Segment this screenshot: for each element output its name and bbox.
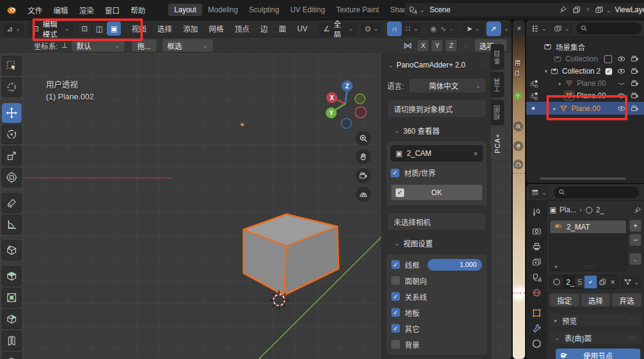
tab-pca[interactable]: PCA+ <box>491 127 504 159</box>
other-row[interactable]: ✓ 其它 <box>391 320 482 336</box>
tool-select-box[interactable] <box>2 56 21 75</box>
outliner-editor-selector[interactable]: ⌄ <box>529 22 549 34</box>
material-world-checkbox-row[interactable]: ✓ 材质/世界 <box>391 168 483 178</box>
show-overlays-button[interactable]: ↗ <box>486 21 501 36</box>
workspace-tab-modeling[interactable]: Modeling <box>202 6 243 14</box>
workspace-tab-layout[interactable]: Layout <box>168 4 202 16</box>
scene-name[interactable]: Scene <box>429 6 450 14</box>
tab-material-icon[interactable] <box>532 339 542 349</box>
pivot-point-selector[interactable]: ⊙ ⌄ <box>361 22 382 36</box>
users-count-badge[interactable]: 5 <box>575 278 585 287</box>
tab-modifiers-icon[interactable] <box>532 323 542 333</box>
select-box-dropdown[interactable]: 框选 ⌄ <box>163 39 213 52</box>
select-mode-face-button[interactable]: ▣ <box>107 21 121 36</box>
tab-scene-icon[interactable] <box>532 272 542 282</box>
transform-orientation-selector[interactable]: ∠ 全局 ⌄ <box>319 22 357 36</box>
checkbox-checked-icon[interactable]: ✓ <box>391 308 400 317</box>
drag-button[interactable]: 拖... <box>132 39 156 52</box>
remove-slot-button[interactable]: − <box>629 234 642 246</box>
menu-render[interactable]: 渲染 <box>74 5 99 15</box>
proportional-editing-group[interactable]: ◉ ∿ ⌄ <box>426 22 458 36</box>
material-slot-list[interactable]: 2_MAT ▸ :::: <box>550 220 627 271</box>
select-mode-edge-button[interactable]: ◫ <box>92 21 106 36</box>
checkbox-empty-icon[interactable] <box>391 340 400 349</box>
camera-toggle-icon[interactable] <box>631 55 639 63</box>
unlink-icon[interactable]: × <box>608 278 618 287</box>
outliner-row-plane-selected[interactable]: ▸ Plane.00 <box>526 102 644 115</box>
camera-view-button[interactable] <box>356 168 371 183</box>
mode-selector[interactable]: ⊡ 编辑模式 ⌄ <box>28 22 74 36</box>
menu-face[interactable]: 面 <box>274 23 292 34</box>
slot-specials-button[interactable]: ⌄ <box>629 253 642 265</box>
unlink-scene-icon[interactable]: × <box>586 6 590 14</box>
tab-item[interactable]: 条目 <box>491 44 504 70</box>
language-dropdown[interactable]: 简体中文 ⌄ <box>408 78 486 93</box>
pin-icon[interactable] <box>634 206 642 214</box>
tool-bevel[interactable] <box>2 309 21 329</box>
npanel-header[interactable]: ⌄ PanoCamAdder+ 2.0 :::: <box>382 53 491 73</box>
eye-icon[interactable] <box>617 104 626 113</box>
material-slot-active[interactable]: 2_MAT <box>550 220 626 233</box>
viewlayer-selector[interactable]: ⌄ ViewLayer <box>591 3 644 17</box>
tool-scale[interactable] <box>2 146 21 166</box>
tool-loop-cut[interactable] <box>2 331 21 350</box>
wireframe-row[interactable]: ✓ 线框 1.000 <box>391 257 482 272</box>
checkbox-empty-icon[interactable] <box>391 276 400 285</box>
outliner-row-collection2[interactable]: ▾ Collection 2 ✓ <box>526 65 644 77</box>
gizmo-neg-y[interactable] <box>355 94 365 104</box>
scene-selector[interactable]: ⌄ Scene × <box>405 3 594 17</box>
tool-knife[interactable] <box>2 352 21 359</box>
menu-file[interactable]: 文件 <box>22 5 48 15</box>
show-gizmo-selector[interactable]: ➤ ⌄ <box>462 22 483 36</box>
drag-dots-icon[interactable]: :::: <box>628 334 637 341</box>
checkbox-checked-icon[interactable]: ✓ <box>391 292 400 301</box>
mirror-x-button[interactable]: X <box>416 39 429 52</box>
material-sphere-icon[interactable] <box>550 278 563 286</box>
camera-toggle-icon[interactable] <box>631 104 639 113</box>
tab-tool-icon[interactable] <box>532 207 542 217</box>
pin-icon[interactable] <box>559 6 567 14</box>
eye-icon[interactable] <box>617 67 626 75</box>
checkbox-checked-icon[interactable]: ✓ <box>391 260 400 269</box>
tool-move[interactable] <box>2 103 21 123</box>
outliner-row-scene-collection[interactable]: 场景集合 <box>526 41 644 53</box>
outliner-display-mode[interactable]: ⌄ <box>551 22 572 34</box>
drag-dots-icon[interactable]: :::: <box>478 62 486 68</box>
outliner-scrollbar[interactable] <box>540 177 626 180</box>
menu-mesh[interactable]: 网格 <box>204 23 229 34</box>
snap-toggle-button[interactable]: ∩ <box>387 21 402 36</box>
menu-help[interactable]: 帮助 <box>125 5 151 15</box>
tool-add-cube[interactable] <box>2 241 21 260</box>
exclude-checkbox-icon[interactable] <box>604 55 612 63</box>
secondary-camera-button[interactable] <box>513 160 523 169</box>
menu-edit[interactable]: 编辑 <box>48 5 74 15</box>
ok-button[interactable]: ✓ OK <box>391 184 483 201</box>
assist-section-header[interactable]: ⌄ 辅助 <box>382 355 491 359</box>
deselect-button[interactable]: 弃选 <box>611 293 642 307</box>
secondary-pan-button[interactable] <box>513 141 523 151</box>
menu-uv[interactable]: UV <box>292 25 313 33</box>
editor-type-selector[interactable]: ⊿ ⌄ <box>4 23 23 35</box>
gizmo-z-label[interactable]: Z <box>345 83 349 90</box>
navigation-gizmo[interactable]: Z X Y <box>324 78 374 129</box>
secondary-viewport[interactable]: ≠ 用 (1 Y <box>513 20 525 359</box>
secondary-gizmo-y[interactable]: Y <box>514 92 522 100</box>
blender-logo-icon[interactable] <box>6 4 17 15</box>
mirror-z-button[interactable]: Z <box>445 39 458 52</box>
coord-default-selector[interactable]: 默认 ⌄ <box>72 39 125 52</box>
checkbox-checked-icon[interactable]: ✓ <box>391 324 400 333</box>
tab-world-icon[interactable] <box>532 288 542 298</box>
viewer-section-header[interactable]: ⌄ 360 查看器 <box>382 118 491 138</box>
secondary-zoom-button[interactable] <box>513 122 523 131</box>
floor-row[interactable]: ✓ 地板 <box>391 304 482 320</box>
viewlayer-name[interactable]: ViewLayer <box>615 6 644 14</box>
checkbox-checked-icon[interactable]: ✓ <box>391 169 399 177</box>
workspace-tab-uvediting[interactable]: UV Editing <box>285 6 331 14</box>
preview-panel-header[interactable]: ▸ 预览 :::: <box>550 314 642 326</box>
wireframe-slider[interactable]: 1.000 <box>427 259 482 271</box>
clear-camera-icon[interactable]: × <box>473 149 478 158</box>
gizmo-y-label[interactable]: Y <box>329 110 334 117</box>
properties-search[interactable] <box>554 187 639 198</box>
menu-add[interactable]: 添加 <box>178 23 204 34</box>
caret-right-icon[interactable]: ▸ <box>553 106 556 112</box>
